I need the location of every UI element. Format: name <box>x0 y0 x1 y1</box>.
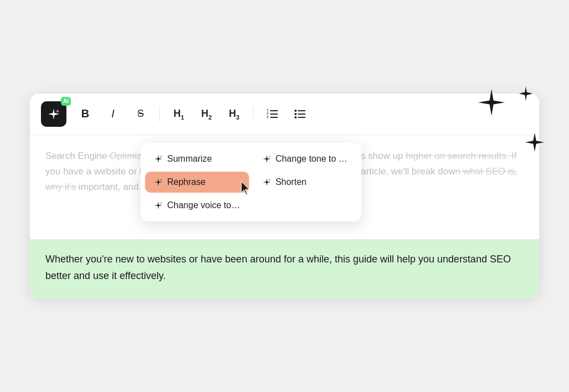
sparkle-shorten-icon <box>262 178 271 187</box>
editor-card: AI B I S H1 H2 H3 <box>30 94 539 298</box>
h1-button[interactable]: H1 <box>170 106 188 123</box>
h2-button[interactable]: H2 <box>198 106 215 123</box>
popup-item-rephrase[interactable]: Rephrase <box>145 172 249 193</box>
popup-menu: Summarize Change tone to … Rephrase <box>141 143 361 221</box>
ordered-list-icon: 1 2 3 <box>266 108 278 120</box>
ai-button[interactable]: AI <box>41 101 66 127</box>
sparkle-summarize-icon <box>154 154 163 163</box>
ordered-list-button[interactable]: 1 2 3 <box>263 106 281 122</box>
toolbar-divider-1 <box>159 106 160 122</box>
green-highlight-box: Whether you're new to websites or have b… <box>30 239 539 298</box>
svg-point-11 <box>294 116 297 118</box>
large-star-icon <box>477 88 506 117</box>
sparkle-change-tone-icon <box>262 154 271 163</box>
bold-button[interactable]: B <box>76 105 94 122</box>
h3-label: H3 <box>229 108 239 121</box>
svg-point-10 <box>294 113 297 115</box>
sparkle-rephrase-icon <box>154 178 163 187</box>
strikethrough-button[interactable]: S <box>132 106 149 122</box>
svg-text:3: 3 <box>267 115 268 118</box>
change-tone-label: Change tone to … <box>276 154 348 164</box>
change-voice-label: Change voice to… <box>167 200 240 210</box>
outer-container: AI B I S H1 H2 H3 <box>19 82 550 310</box>
toolbar: AI B I S H1 H2 H3 <box>30 94 539 135</box>
toolbar-divider-2 <box>253 106 254 122</box>
unordered-list-button[interactable] <box>291 106 309 122</box>
popup-item-shorten[interactable]: Shorten <box>254 172 358 193</box>
h2-label: H2 <box>201 108 211 121</box>
green-highlight-text: Whether you're new to websites or have b… <box>45 251 524 284</box>
summarize-label: Summarize <box>167 154 212 164</box>
h1-label: H1 <box>173 108 184 121</box>
content-area: Search Engine Optimization (SEO) is the … <box>30 135 539 235</box>
italic-button[interactable]: I <box>104 105 122 122</box>
popup-item-change-voice[interactable]: Change voice to… <box>145 195 249 216</box>
small-top-star-icon <box>518 86 534 101</box>
sparkle-ai-icon <box>47 107 60 121</box>
unordered-list-icon <box>294 108 306 120</box>
popup-item-summarize[interactable]: Summarize <box>145 148 249 169</box>
ai-badge: AI <box>61 97 71 106</box>
popup-item-change-tone[interactable]: Change tone to … <box>254 148 358 169</box>
h3-button[interactable]: H3 <box>225 106 243 123</box>
svg-point-9 <box>294 110 297 112</box>
sparkle-change-voice-icon <box>154 201 163 210</box>
rephrase-label: Rephrase <box>167 177 205 187</box>
shorten-label: Shorten <box>276 177 307 187</box>
